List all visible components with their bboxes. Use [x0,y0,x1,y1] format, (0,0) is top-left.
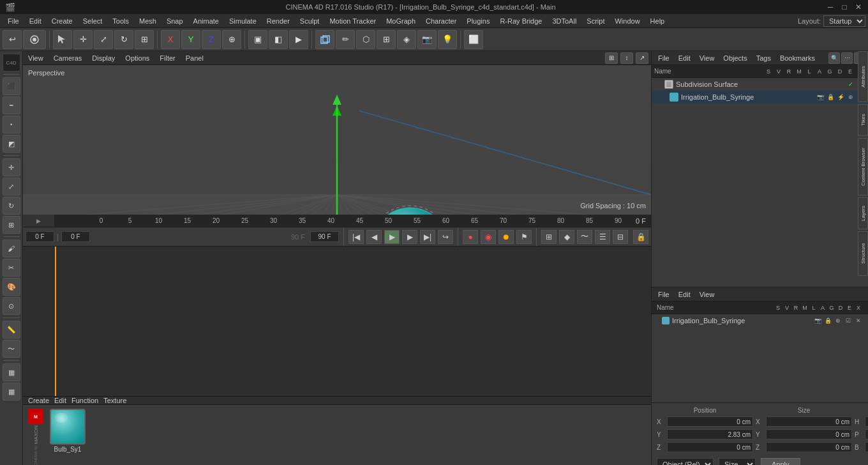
obj-tags-btn[interactable]: Tags [752,54,775,62]
timeline-ruler-marks[interactable]: 0 5 10 15 20 25 30 35 40 45 50 55 60 65 … [55,215,651,227]
camera-obj-button[interactable]: 📷 [417,30,437,49]
obj-search-btn[interactable]: 🔍 [828,52,840,64]
camera-button[interactable] [23,30,46,49]
attr-flag-3[interactable]: ⊕ [834,316,842,325]
light-button[interactable]: 💡 [438,30,457,49]
play-button[interactable]: ▶ [384,230,400,244]
vt-icon1[interactable]: ⊞ [605,52,618,64]
ls-layer2-button[interactable]: ▦ [3,383,20,400]
timeline-track[interactable] [23,247,651,396]
ls-bend-button[interactable]: 〜 [3,340,20,358]
cube-button[interactable] [315,30,334,49]
menu-motion-tracker[interactable]: Motion Tracker [324,16,381,26]
vt-view[interactable]: View [26,54,46,62]
vt-options[interactable]: Options [123,54,152,62]
menu-mesh[interactable]: Mesh [134,16,161,26]
tl-motion-button[interactable]: ☰ [595,230,610,244]
coord-system-select[interactable]: Object (Rel) World [657,458,714,465]
current-frame-input[interactable] [61,231,90,242]
size-y-input[interactable] [766,429,852,439]
ls-ruler-button[interactable]: 📏 [3,321,20,339]
layout-select[interactable]: Startup [823,15,865,27]
obj-flag-checkmark[interactable]: ✓ [846,80,855,89]
pos-z-input[interactable] [667,442,753,452]
key-all-button[interactable]: ⚑ [516,230,532,244]
axis-y-button[interactable]: Y [181,30,200,49]
start-frame-input[interactable] [26,231,54,242]
size-z-input[interactable] [766,442,852,452]
size-mode-select[interactable]: Size Scale [719,458,756,465]
material-item[interactable]: Bulb_Sy1 [49,409,87,453]
tl-lock-button[interactable]: 🔒 [633,230,648,244]
select-mode-button[interactable] [53,30,72,49]
menu-select[interactable]: Select [78,16,108,26]
menu-mograph[interactable]: MoGraph [381,16,421,26]
obj-row-subdivision[interactable]: Subdivision Surface ✓ 👁 [652,78,868,91]
rt-tab-structure[interactable]: Structure [858,231,868,276]
axis-x-button[interactable]: X [161,30,180,49]
end-frame-input[interactable] [310,231,339,242]
menu-sculpt[interactable]: Sculpt [295,16,325,26]
restore-button[interactable]: □ [840,3,849,11]
ls-rotate-button[interactable]: ↻ [3,197,20,215]
menu-simulate[interactable]: Simulate [224,16,262,26]
vt-display[interactable]: Display [89,54,117,62]
vt-panel[interactable]: Panel [183,54,206,62]
attr-flag-2[interactable]: 🔒 [823,316,832,325]
tl-key-button[interactable]: ◆ [559,230,574,244]
menu-help[interactable]: Help [645,16,670,26]
obj-view-btn[interactable]: View [696,54,719,62]
ls-layer-button[interactable]: ▦ [3,363,20,381]
ls-scale-button[interactable]: ⤢ [3,178,20,195]
pos-x-input[interactable] [667,416,753,427]
go-end-button[interactable]: ▶| [420,230,435,244]
menu-rray[interactable]: R-Ray Bridge [495,16,547,26]
obj-flag-2[interactable]: 🔒 [826,93,835,102]
attr-flag-5[interactable]: ✕ [854,316,863,325]
menu-script[interactable]: Script [581,16,610,26]
render-active-button[interactable]: ▶ [289,30,308,49]
rt-tab-layers[interactable]: Layers [858,197,868,229]
transform-button[interactable]: ⊞ [135,30,154,49]
close-button[interactable]: ✕ [854,3,863,11]
scale-button[interactable]: ⤢ [94,30,113,49]
pen-button[interactable]: ✏ [336,30,355,49]
attr-file-btn[interactable]: File [654,291,673,298]
obj-bookmarks-btn[interactable]: Bookmarks [776,54,819,62]
menu-3dtoall[interactable]: 3DToAll [547,16,581,26]
size-x-input[interactable] [766,416,852,427]
rot-p-input[interactable] [865,429,868,439]
loop-button[interactable]: ↪ [438,230,453,244]
pos-y-input[interactable] [667,429,753,439]
attr-edit-btn[interactable]: Edit [675,291,694,298]
ls-brush-button[interactable]: 🖌 [3,240,20,257]
vt-icon3[interactable]: ↗ [636,52,648,64]
deformer-button[interactable]: ◈ [397,30,416,49]
obj-objects-btn[interactable]: Objects [719,54,751,62]
obj-flag-3[interactable]: ⚡ [836,93,845,102]
menu-snap[interactable]: Snap [161,16,188,26]
obj-row-irrigation[interactable]: Irrigation_Bulb_Syringe 📷 🔒 ⚡ ⊕ ☑ [652,91,868,103]
ls-paint-button[interactable]: 🎨 [3,278,20,296]
menu-character[interactable]: Character [421,16,461,26]
obj-extra-btn[interactable]: ⋯ [841,52,853,64]
record-pos-button[interactable]: ◉ [481,230,496,244]
attr-flag-4[interactable]: ☑ [844,316,853,325]
rotate-button[interactable]: ↻ [114,30,133,49]
ls-move-button[interactable]: ✛ [3,158,20,176]
ls-transform-button[interactable]: ⊞ [3,216,20,234]
minimize-button[interactable]: ─ [826,3,835,11]
mat-texture[interactable]: Texture [103,397,126,404]
rt-tab-content-browser[interactable]: Content Browser [858,138,868,195]
go-start-button[interactable]: |◀ [348,230,364,244]
menu-edit[interactable]: Edit [24,16,47,26]
ls-edge-select-button[interactable]: ━ [3,96,20,114]
rot-h-input[interactable] [865,416,868,427]
menu-render[interactable]: Render [262,16,295,26]
vt-icon2[interactable]: ↕ [620,52,633,64]
obj-file-btn[interactable]: File [654,54,673,62]
ls-knife-button[interactable]: ✂ [3,259,20,277]
floor-button[interactable]: ⬜ [464,30,483,49]
ls-point-select-button[interactable]: • [3,116,20,133]
mat-create[interactable]: Create [28,397,49,404]
